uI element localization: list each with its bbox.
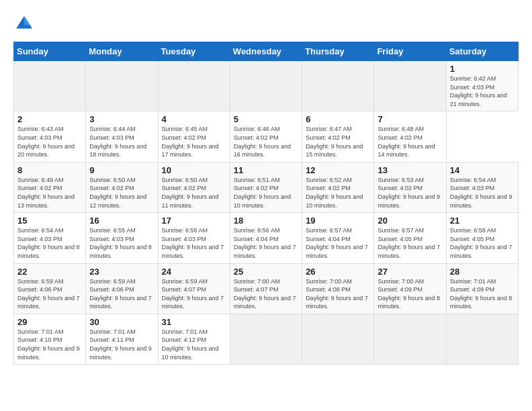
day-number: 15: [17, 216, 83, 226]
empty-cell: [14, 61, 86, 111]
day-number: 4: [162, 114, 227, 124]
column-header-monday: Monday: [86, 42, 158, 61]
day-info: Sunrise: 6:54 AMSunset: 4:03 PMDaylight:…: [17, 227, 80, 259]
day-number: 23: [89, 267, 154, 277]
day-number: 3: [89, 114, 154, 124]
day-info: Sunrise: 6:50 AMSunset: 4:02 PMDaylight:…: [162, 177, 219, 209]
day-number: 6: [306, 114, 371, 124]
day-number: 26: [306, 267, 371, 277]
logo: [13, 13, 38, 35]
day-info: Sunrise: 6:57 AMSunset: 4:04 PMDaylight:…: [306, 227, 368, 259]
day-number: 27: [378, 267, 443, 277]
calendar-table: SundayMondayTuesdayWednesdayThursdayFrid…: [13, 42, 519, 365]
calendar-day: [446, 314, 518, 364]
calendar-week-row: 8Sunrise: 6:49 AMSunset: 4:02 PMDaylight…: [14, 162, 519, 212]
day-info: Sunrise: 6:50 AMSunset: 4:02 PMDaylight:…: [89, 177, 146, 209]
calendar-day: 3Sunrise: 6:44 AMSunset: 4:03 PMDaylight…: [86, 111, 158, 162]
calendar-header: SundayMondayTuesdayWednesdayThursdayFrid…: [14, 42, 519, 61]
column-header-saturday: Saturday: [446, 42, 518, 61]
calendar-week-row: 22Sunrise: 6:59 AMSunset: 4:06 PMDayligh…: [14, 263, 519, 314]
header: [13, 11, 519, 35]
calendar-day: 22Sunrise: 6:59 AMSunset: 4:06 PMDayligh…: [14, 263, 86, 314]
calendar-day: 12Sunrise: 6:52 AMSunset: 4:02 PMDayligh…: [302, 162, 374, 212]
day-info: Sunrise: 6:46 AMSunset: 4:02 PMDaylight:…: [234, 126, 291, 158]
day-info: Sunrise: 6:58 AMSunset: 4:05 PMDaylight:…: [450, 227, 513, 259]
day-number: 19: [306, 216, 371, 226]
day-number: 9: [89, 165, 154, 175]
day-info: Sunrise: 7:00 AMSunset: 4:08 PMDaylight:…: [306, 278, 368, 310]
calendar-day: 23Sunrise: 6:59 AMSunset: 4:06 PMDayligh…: [86, 263, 158, 314]
calendar-day: 20Sunrise: 6:57 AMSunset: 4:05 PMDayligh…: [374, 213, 446, 263]
header-row: SundayMondayTuesdayWednesdayThursdayFrid…: [14, 42, 519, 61]
calendar-day: 25Sunrise: 7:00 AMSunset: 4:07 PMDayligh…: [230, 263, 302, 314]
column-header-sunday: Sunday: [14, 42, 86, 61]
day-number: 13: [378, 165, 443, 175]
calendar-day: 8Sunrise: 6:49 AMSunset: 4:02 PMDaylight…: [14, 162, 86, 212]
calendar-day: 5Sunrise: 6:46 AMSunset: 4:02 PMDaylight…: [230, 111, 302, 162]
day-number: 14: [450, 165, 515, 175]
calendar-day: 24Sunrise: 6:59 AMSunset: 4:07 PMDayligh…: [158, 263, 230, 314]
empty-cell: [230, 61, 302, 111]
day-info: Sunrise: 6:49 AMSunset: 4:02 PMDaylight:…: [17, 177, 75, 209]
day-info: Sunrise: 7:01 AMSunset: 4:12 PMDaylight:…: [162, 328, 219, 361]
day-info: Sunrise: 6:54 AMSunset: 4:03 PMDaylight:…: [450, 177, 513, 209]
column-header-friday: Friday: [374, 42, 446, 61]
day-info: Sunrise: 6:44 AMSunset: 4:03 PMDaylight:…: [89, 126, 146, 158]
day-info: Sunrise: 6:51 AMSunset: 4:02 PMDaylight:…: [234, 177, 291, 209]
calendar-day: 29Sunrise: 7:01 AMSunset: 4:10 PMDayligh…: [14, 314, 86, 364]
day-number: 1: [450, 64, 515, 74]
calendar-day: 31Sunrise: 7:01 AMSunset: 4:12 PMDayligh…: [158, 314, 230, 364]
day-info: Sunrise: 6:59 AMSunset: 4:06 PMDaylight:…: [17, 278, 80, 310]
day-number: 8: [17, 165, 83, 175]
day-number: 12: [306, 165, 371, 175]
empty-cell: [374, 61, 446, 111]
day-number: 17: [162, 216, 227, 226]
day-info: Sunrise: 6:42 AMSunset: 4:03 PMDaylight:…: [450, 75, 507, 107]
day-info: Sunrise: 6:56 AMSunset: 4:03 PMDaylight:…: [162, 227, 224, 259]
calendar-day: 4Sunrise: 6:45 AMSunset: 4:02 PMDaylight…: [158, 111, 230, 162]
day-info: Sunrise: 7:01 AMSunset: 4:09 PMDaylight:…: [450, 278, 513, 310]
day-number: 5: [234, 114, 299, 124]
day-info: Sunrise: 6:53 AMSunset: 4:02 PMDaylight:…: [378, 177, 440, 209]
day-number: 10: [162, 165, 227, 175]
day-number: 29: [17, 317, 83, 327]
calendar-day: 27Sunrise: 7:00 AMSunset: 4:09 PMDayligh…: [374, 263, 446, 314]
calendar-day: 1Sunrise: 6:42 AMSunset: 4:03 PMDaylight…: [446, 61, 518, 111]
day-number: 18: [234, 216, 299, 226]
calendar-day: [230, 314, 302, 364]
empty-cell: [158, 61, 230, 111]
calendar-body: 1Sunrise: 6:42 AMSunset: 4:03 PMDaylight…: [14, 61, 519, 365]
calendar-day: 6Sunrise: 6:47 AMSunset: 4:02 PMDaylight…: [302, 111, 374, 162]
calendar-day: 15Sunrise: 6:54 AMSunset: 4:03 PMDayligh…: [14, 213, 86, 263]
calendar-day: 19Sunrise: 6:57 AMSunset: 4:04 PMDayligh…: [302, 213, 374, 263]
day-info: Sunrise: 6:47 AMSunset: 4:02 PMDaylight:…: [306, 126, 363, 158]
day-info: Sunrise: 6:55 AMSunset: 4:03 PMDaylight:…: [89, 227, 152, 259]
day-info: Sunrise: 6:59 AMSunset: 4:06 PMDaylight:…: [89, 278, 152, 310]
day-number: 22: [17, 267, 83, 277]
day-info: Sunrise: 6:56 AMSunset: 4:04 PMDaylight:…: [234, 227, 296, 259]
calendar-day: 11Sunrise: 6:51 AMSunset: 4:02 PMDayligh…: [230, 162, 302, 212]
calendar-day: 7Sunrise: 6:48 AMSunset: 4:02 PMDaylight…: [374, 111, 446, 162]
column-header-wednesday: Wednesday: [230, 42, 302, 61]
page-container: SundayMondayTuesdayWednesdayThursdayFrid…: [0, 0, 532, 373]
day-number: 24: [162, 267, 227, 277]
calendar-day: 17Sunrise: 6:56 AMSunset: 4:03 PMDayligh…: [158, 213, 230, 263]
day-info: Sunrise: 6:45 AMSunset: 4:02 PMDaylight:…: [162, 126, 219, 158]
calendar-day: [374, 314, 446, 364]
day-number: 11: [234, 165, 299, 175]
calendar-week-row: 2Sunrise: 6:43 AMSunset: 4:03 PMDaylight…: [14, 111, 519, 162]
empty-cell: [302, 61, 374, 111]
calendar-day: 18Sunrise: 6:56 AMSunset: 4:04 PMDayligh…: [230, 213, 302, 263]
day-info: Sunrise: 7:00 AMSunset: 4:09 PMDaylight:…: [378, 278, 440, 310]
empty-cell: [86, 61, 158, 111]
day-info: Sunrise: 6:52 AMSunset: 4:02 PMDaylight:…: [306, 177, 363, 209]
calendar-day: 9Sunrise: 6:50 AMSunset: 4:02 PMDaylight…: [86, 162, 158, 212]
calendar-day: 16Sunrise: 6:55 AMSunset: 4:03 PMDayligh…: [86, 213, 158, 263]
calendar-week-row: 1Sunrise: 6:42 AMSunset: 4:03 PMDaylight…: [14, 61, 519, 111]
day-info: Sunrise: 6:48 AMSunset: 4:02 PMDaylight:…: [378, 126, 435, 158]
calendar-week-row: 29Sunrise: 7:01 AMSunset: 4:10 PMDayligh…: [14, 314, 519, 364]
logo-icon: [13, 13, 35, 35]
calendar-day: 2Sunrise: 6:43 AMSunset: 4:03 PMDaylight…: [14, 111, 86, 162]
day-number: 20: [378, 216, 443, 226]
day-info: Sunrise: 7:01 AMSunset: 4:10 PMDaylight:…: [17, 328, 80, 361]
